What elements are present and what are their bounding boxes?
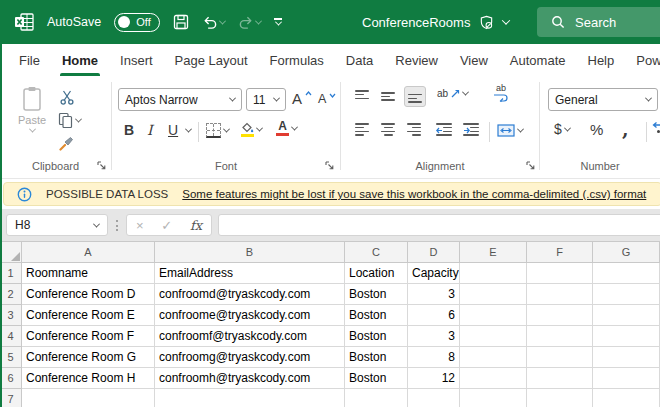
cell-d4[interactable]: 3 [408, 326, 460, 347]
cell-c3[interactable]: Boston [345, 305, 408, 326]
cell-a1[interactable]: Roomname [22, 263, 155, 284]
cell-b7[interactable] [155, 389, 345, 407]
cell-f5[interactable] [527, 347, 593, 368]
accounting-format-button[interactable]: $ [554, 121, 570, 137]
decrease-indent-button[interactable] [436, 123, 452, 137]
font-color-button[interactable]: A [276, 120, 297, 136]
tab-review[interactable]: Review [384, 44, 449, 76]
cell-g2[interactable] [593, 284, 660, 305]
select-all-button[interactable] [0, 242, 22, 263]
cell-e7[interactable] [460, 389, 527, 407]
percent-style-button[interactable]: % [590, 121, 603, 138]
font-dialog-launcher[interactable] [325, 161, 334, 170]
sensitivity-shield-icon[interactable] [479, 15, 494, 30]
align-right-button[interactable] [407, 123, 421, 137]
cell-e5[interactable] [460, 347, 527, 368]
tab-automate[interactable]: Automate [499, 44, 577, 76]
column-header-f[interactable]: F [527, 242, 593, 263]
cell-g4[interactable] [593, 326, 660, 347]
align-bottom-button[interactable] [404, 86, 426, 107]
redo-button[interactable] [238, 15, 261, 30]
customize-quick-access-button[interactable] [274, 18, 282, 26]
cell-b2[interactable]: confroomd@tryaskcody.com [155, 284, 345, 305]
column-header-d[interactable]: D [408, 242, 460, 263]
cell-f3[interactable] [527, 305, 593, 326]
column-header-g[interactable]: G [593, 242, 660, 263]
font-name-select[interactable]: Aptos Narrow [118, 88, 242, 111]
tab-power-pivot[interactable]: Power Pivot [625, 44, 660, 76]
align-left-button[interactable] [355, 123, 369, 137]
cancel-button[interactable]: × [136, 218, 144, 233]
cell-e3[interactable] [460, 305, 527, 326]
cell-c2[interactable]: Boston [345, 284, 408, 305]
cell-f1[interactable] [527, 263, 593, 284]
autosave-toggle[interactable]: Off [114, 13, 160, 32]
cell-a6[interactable]: Conference Room H [22, 368, 155, 389]
align-top-button[interactable] [355, 90, 369, 103]
row-header[interactable]: 7 [0, 389, 22, 407]
cell-e6[interactable] [460, 368, 527, 389]
column-header-e[interactable]: E [460, 242, 527, 263]
tab-file[interactable]: File [8, 44, 51, 76]
cell-d2[interactable]: 3 [408, 284, 460, 305]
cell-a4[interactable]: Conference Room F [22, 326, 155, 347]
cell-b1[interactable]: EmailAddress [155, 263, 345, 284]
row-header[interactable]: 3 [0, 305, 22, 326]
row-header[interactable]: 5 [0, 347, 22, 368]
tab-home[interactable]: Home [51, 44, 109, 76]
cell-c7[interactable] [345, 389, 408, 407]
enter-button[interactable]: ✓ [161, 218, 172, 233]
cell-a5[interactable]: Conference Room G [22, 347, 155, 368]
orientation-button[interactable]: ab [437, 88, 468, 99]
column-header-c[interactable]: C [345, 242, 408, 263]
alignment-dialog-launcher[interactable] [526, 161, 535, 170]
cut-button[interactable] [60, 90, 74, 105]
cell-g1[interactable] [593, 263, 660, 284]
tab-help[interactable]: Help [577, 44, 626, 76]
borders-button[interactable] [206, 123, 229, 138]
tab-page-layout[interactable]: Page Layout [164, 44, 259, 76]
cell-d3[interactable]: 6 [408, 305, 460, 326]
align-center-button[interactable] [381, 123, 395, 137]
tab-data[interactable]: Data [335, 44, 384, 76]
undo-button[interactable] [202, 15, 225, 30]
tab-insert[interactable]: Insert [109, 44, 164, 76]
align-middle-button[interactable] [381, 90, 395, 103]
formula-input[interactable] [218, 214, 660, 236]
paste-button[interactable]: Paste [12, 86, 52, 133]
cell-a2[interactable]: Conference Room D [22, 284, 155, 305]
number-format-select[interactable]: General [548, 88, 658, 111]
row-header[interactable]: 4 [0, 326, 22, 347]
cell-d6[interactable]: 12 [408, 368, 460, 389]
row-header[interactable]: 1 [0, 263, 22, 284]
row-header[interactable]: 6 [0, 368, 22, 389]
clipboard-dialog-launcher[interactable] [97, 161, 106, 170]
cell-g3[interactable] [593, 305, 660, 326]
cell-c1[interactable]: Location [345, 263, 408, 284]
comma-style-button[interactable]: , [622, 118, 629, 140]
cell-e4[interactable] [460, 326, 527, 347]
cell-c6[interactable]: Boston [345, 368, 408, 389]
italic-button[interactable]: I [147, 122, 153, 138]
cell-b6[interactable]: confroomh@tryaskcody.com [155, 368, 345, 389]
cell-d7[interactable] [408, 389, 460, 407]
bold-button[interactable]: B [124, 122, 134, 138]
cell-f7[interactable] [527, 389, 593, 407]
wrap-text-button[interactable]: ab [493, 84, 509, 102]
cell-f2[interactable] [527, 284, 593, 305]
shrink-font-button[interactable]: A [318, 92, 336, 106]
cell-d1[interactable]: Capacity [408, 263, 460, 284]
search-box[interactable]: Search [537, 7, 660, 37]
cell-f6[interactable] [527, 368, 593, 389]
title-dropdown-icon[interactable] [502, 16, 510, 24]
cell-b3[interactable]: confroome@tryaskcody.com [155, 305, 345, 326]
increase-indent-button[interactable] [463, 123, 479, 137]
cell-a7[interactable] [22, 389, 155, 407]
cell-e1[interactable] [460, 263, 527, 284]
increase-decimal-button[interactable] [652, 121, 660, 133]
cell-g5[interactable] [593, 347, 660, 368]
font-size-select[interactable]: 11 [246, 88, 286, 111]
copy-button[interactable] [58, 112, 81, 128]
grow-font-button[interactable]: A [292, 90, 312, 107]
formula-bar-grip[interactable] [116, 220, 118, 231]
